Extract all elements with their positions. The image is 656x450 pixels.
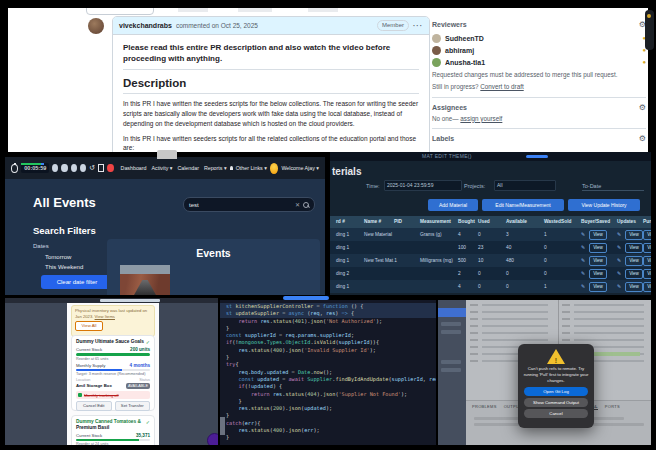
panel-tab[interactable]: PORTS: [605, 404, 620, 410]
view-link[interactable]: View: [589, 269, 607, 279]
clear-search-icon[interactable]: ✕: [295, 201, 300, 208]
tracking-off-row[interactable]: Monthly tracking off: [76, 391, 150, 399]
reviewer-name[interactable]: Anusha-tla1: [445, 59, 638, 66]
edit-pencil-icon[interactable]: ✎: [617, 241, 621, 254]
column-header[interactable]: Wasted: [544, 216, 561, 228]
view-link[interactable]: View: [589, 256, 607, 266]
set-transfer-button[interactable]: Set Transfer: [115, 401, 151, 411]
open-external-icon[interactable]: [98, 164, 105, 172]
file-row[interactable]: [441, 322, 461, 326]
edit-pencil-icon[interactable]: ✎: [581, 280, 585, 293]
search-icon[interactable]: [303, 202, 309, 208]
view-link[interactable]: View: [625, 230, 643, 240]
view-link[interactable]: View: [625, 269, 643, 279]
nav-item[interactable]: Activity ▾: [152, 165, 173, 171]
comment-author[interactable]: vivekchandrabs: [119, 22, 172, 29]
open-git-log-button[interactable]: Open Git Log: [524, 387, 588, 396]
pause-icon[interactable]: [52, 164, 58, 172]
column-header[interactable]: Sold: [561, 216, 571, 228]
cancel-edit-button[interactable]: Cancel Edit: [76, 401, 112, 411]
view-link[interactable]: View: [625, 256, 643, 266]
clear-date-filter-button[interactable]: Clear date filter: [41, 275, 113, 289]
edit-pencil-icon[interactable]: ✎: [617, 254, 621, 267]
filter-tomorrow[interactable]: Tomorrow: [45, 253, 115, 260]
scrollbar-thumb[interactable]: [220, 417, 225, 435]
edit-pencil-icon[interactable]: ✎: [617, 267, 621, 280]
events-card-title: Events: [107, 247, 320, 259]
cancel-button[interactable]: Cancel: [524, 409, 588, 418]
welcome-menu[interactable]: Welcome Ajay ▾: [281, 165, 319, 171]
view-button[interactable]: View: [643, 243, 651, 253]
gear-icon[interactable]: ⚙: [639, 134, 646, 143]
view-items-link[interactable]: View Items: [95, 314, 115, 319]
view-link[interactable]: View: [589, 282, 607, 292]
bell-icon[interactable]: [230, 166, 233, 170]
floating-action-button[interactable]: [207, 433, 218, 445]
settings-icon[interactable]: [80, 164, 86, 172]
file-row[interactable]: [441, 368, 461, 372]
code-area[interactable]: st kitchenSupplierController = function …: [220, 303, 436, 442]
stop-icon[interactable]: [61, 164, 67, 172]
reviewer-name[interactable]: abhiramj: [445, 47, 638, 54]
assign-yourself-link[interactable]: assign yourself: [460, 115, 502, 122]
edit-pencil-icon[interactable]: ✎: [617, 280, 621, 293]
view-button[interactable]: View: [643, 230, 651, 240]
view-button[interactable]: View: [643, 282, 651, 292]
edit-pencil-icon[interactable]: ✎: [617, 228, 621, 241]
filter-this-weekend[interactable]: This Weekend: [45, 263, 115, 270]
code-editor-panel[interactable]: st kitchenSupplierController = function …: [220, 300, 436, 445]
column-header[interactable]: Used: [478, 216, 490, 228]
titlebar-button[interactable]: [526, 155, 548, 158]
nav-item-other-links[interactable]: Other Links ▾: [236, 165, 267, 171]
column-header[interactable]: rd #: [336, 216, 345, 228]
gear-icon[interactable]: ⚙: [639, 103, 646, 112]
time-input[interactable]: 2025-01-04 23:59:59: [384, 180, 462, 191]
user-avatar[interactable]: [270, 163, 279, 174]
edit-pencil-icon[interactable]: ✎: [581, 241, 585, 254]
column-header[interactable]: Available: [506, 216, 527, 228]
record-icon[interactable]: [71, 164, 77, 172]
search-input[interactable]: test ✕: [183, 197, 315, 212]
view-all-button[interactable]: View All: [75, 321, 103, 331]
edit-pencil-icon[interactable]: ✎: [581, 254, 585, 267]
add-material-button[interactable]: Add Material: [428, 199, 478, 211]
column-header[interactable]: Measurement: [420, 216, 451, 228]
file-row[interactable]: [441, 360, 461, 364]
search-value[interactable]: test: [189, 202, 292, 208]
column-header[interactable]: Buyer/Saved: [581, 216, 610, 228]
edit-pencil-icon[interactable]: ✎: [581, 228, 585, 241]
projects-input[interactable]: All: [494, 180, 556, 191]
selected-file-row[interactable]: [438, 308, 466, 317]
view-link[interactable]: View: [625, 282, 643, 292]
view-link[interactable]: View: [589, 230, 607, 240]
view-button[interactable]: View: [643, 269, 651, 279]
edit-name-measurement-button[interactable]: Edit Name/Measurement: [482, 199, 564, 211]
panel-tab[interactable]: PROBLEMS: [472, 404, 497, 410]
nav-item[interactable]: Reports ▾: [204, 165, 227, 171]
avatar[interactable]: [88, 18, 104, 34]
refresh-icon[interactable]: ↺: [89, 164, 95, 172]
nav-item[interactable]: Calendar: [177, 165, 199, 171]
column-header[interactable]: Updates: [617, 216, 636, 228]
view-update-history-button[interactable]: View Update History: [568, 199, 640, 211]
comment-menu-icon[interactable]: ···: [413, 22, 423, 29]
checkbox[interactable]: [78, 393, 82, 397]
view-link[interactable]: View: [589, 243, 607, 253]
view-link[interactable]: View: [625, 243, 643, 253]
cutoff-toolbar-button[interactable]: [86, 8, 154, 15]
nav-item[interactable]: Dashboard: [121, 165, 147, 171]
event-photo[interactable]: [120, 265, 170, 295]
column-header[interactable]: Bought: [458, 216, 475, 228]
table-cell: 40: [506, 241, 511, 254]
edit-pencil-icon[interactable]: ✎: [581, 267, 585, 280]
convert-to-draft-link[interactable]: Convert to draft: [480, 83, 523, 90]
todate-input[interactable]: [582, 182, 644, 191]
show-command-output-button[interactable]: Show Command Output: [524, 398, 588, 407]
view-button[interactable]: View: [643, 256, 651, 266]
column-header[interactable]: Purcha: [643, 216, 651, 228]
reviewer-name[interactable]: SudheenTD: [445, 35, 638, 42]
column-header[interactable]: Name #: [364, 216, 381, 228]
comment-timestamp[interactable]: commented on Oct 25, 2025: [176, 22, 258, 29]
column-header[interactable]: PID: [394, 216, 402, 228]
file-row[interactable]: [441, 330, 461, 334]
